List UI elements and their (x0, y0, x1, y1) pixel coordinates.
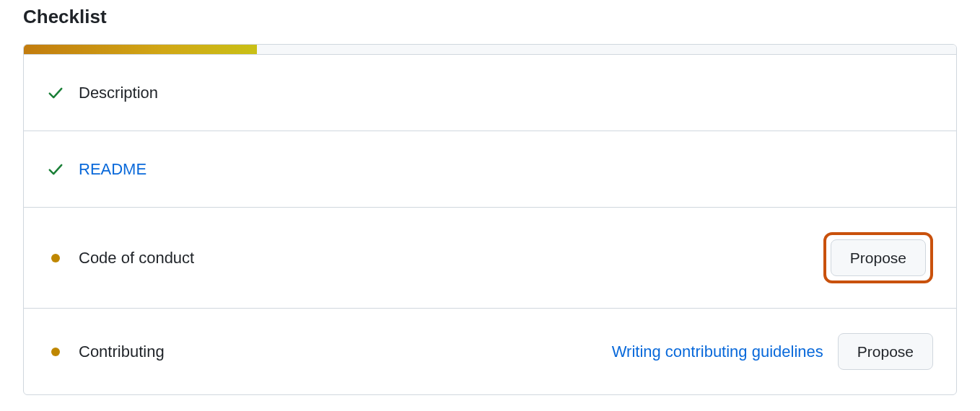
progress-fill (24, 45, 257, 54)
item-label: Description (79, 84, 933, 102)
contributing-guidelines-link[interactable]: Writing contributing guidelines (612, 342, 823, 361)
checklist-item-contributing: Contributing Writing contributing guidel… (24, 309, 956, 394)
check-icon (47, 85, 64, 101)
item-label: Contributing (79, 342, 612, 361)
propose-button[interactable]: Propose (838, 333, 933, 370)
item-label: Code of conduct (79, 249, 823, 268)
checklist-item-description: Description (24, 55, 956, 131)
progress-bar (24, 45, 956, 55)
propose-button[interactable]: Propose (831, 239, 926, 276)
item-actions: Writing contributing guidelines Propose (612, 333, 933, 370)
checklist-heading: Checklist (23, 6, 957, 28)
readme-link[interactable]: README (79, 160, 933, 179)
checklist-item-readme: README (24, 131, 956, 208)
check-icon (47, 162, 64, 177)
checklist-item-code-of-conduct: Code of conduct Propose (24, 208, 956, 309)
item-actions: Propose (823, 232, 933, 283)
pending-dot-icon (47, 348, 64, 356)
pending-dot-icon (47, 254, 64, 262)
highlight-outline: Propose (823, 232, 933, 283)
checklist-box: Description README Code of conduct Propo… (23, 44, 957, 395)
